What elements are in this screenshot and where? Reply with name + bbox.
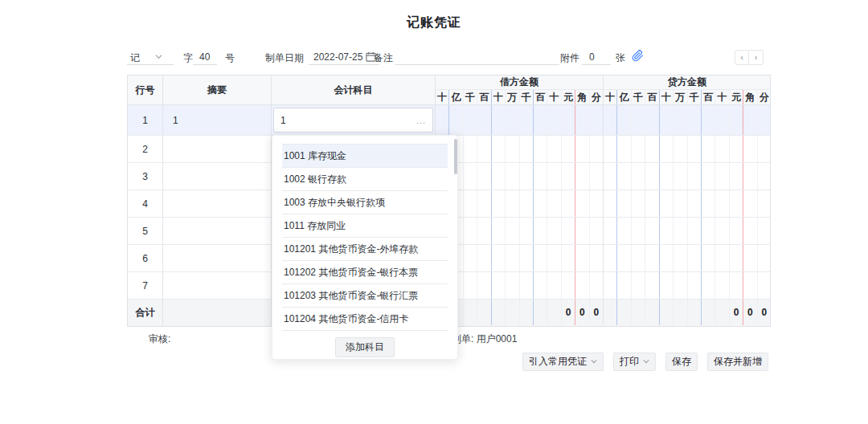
credit-amount-cells[interactable]: [604, 272, 771, 299]
credit-digit-3: [645, 245, 658, 271]
voucher-type-select[interactable]: 记: [130, 51, 140, 65]
credit-digit-6: [687, 163, 701, 190]
credit-digit-4: [659, 245, 673, 271]
attachment-count-input[interactable]: 0: [589, 51, 595, 63]
credit-amount-cells[interactable]: [604, 218, 771, 244]
debit-digit-10: [575, 105, 588, 135]
credit-digit-2: [631, 245, 645, 271]
debit-header: 借方金额 十亿千百十万千百十元角分: [436, 75, 604, 104]
prev-voucher-button[interactable]: ‹: [735, 50, 749, 65]
action-button-bar: 引入常用凭证打印保存保存并新增: [522, 353, 768, 371]
debit-amount-cells[interactable]: [436, 218, 604, 244]
debit-digit-6: [519, 190, 533, 217]
credit-digit-6: [687, 136, 701, 162]
account-picker-ellipsis-button[interactable]: ...: [416, 116, 426, 125]
summary-cell[interactable]: [163, 272, 272, 299]
debit-digit-3: [477, 190, 490, 217]
debit-digit-8: [547, 245, 560, 271]
table-header: 行号 摘要 会计科目 借方金额 十亿千百十万千百十元角分 贷方金额 十亿千百十万…: [128, 75, 770, 105]
credit-digit-1: [616, 245, 630, 271]
debit-digit-header-3: 百: [477, 90, 490, 104]
row-no-cell: 1: [128, 105, 163, 135]
summary-cell[interactable]: [163, 163, 272, 190]
account-option-1003[interactable]: 1003 存放中央银行款项: [282, 191, 448, 214]
credit-digit-10: [743, 136, 756, 162]
debit-title: 借方金额: [436, 75, 603, 90]
summary-cell[interactable]: [163, 245, 272, 271]
debit-digit-8: [547, 190, 560, 217]
total-credit-digit-7: [701, 300, 714, 325]
voucher-number-input[interactable]: 40: [199, 51, 210, 63]
account-option-101202[interactable]: 101202 其他货币资金-银行本票: [282, 261, 448, 284]
debit-digit-6: [519, 218, 533, 244]
account-option-101201[interactable]: 101201 其他货币资金-外埠存款: [282, 238, 448, 261]
credit-digit-4: [659, 272, 673, 299]
credit-digit-header-2: 千: [631, 90, 645, 104]
credit-digit-7: [701, 272, 714, 299]
button-label: 保存: [672, 355, 691, 369]
credit-digit-11: [757, 105, 771, 135]
save-and-new-button[interactable]: 保存并新增: [707, 353, 768, 371]
credit-amount-cells[interactable]: [604, 163, 771, 190]
credit-digit-8: [714, 245, 728, 271]
next-voucher-button[interactable]: ›: [749, 50, 764, 65]
debit-digit-11: [589, 245, 603, 271]
credit-digit-2: [631, 105, 645, 135]
chevron-down-icon[interactable]: [155, 53, 162, 62]
credit-digit-7: [701, 136, 714, 162]
credit-amount-cells[interactable]: [604, 136, 771, 162]
debit-amount-cells[interactable]: [436, 245, 604, 271]
debit-amount-cells[interactable]: [436, 190, 604, 217]
number-label: 号: [225, 51, 235, 65]
debit-digit-10: [575, 245, 588, 271]
account-option-101204[interactable]: 101204 其他货币资金-信用卡: [282, 308, 448, 331]
print-button[interactable]: 打印: [613, 353, 656, 371]
button-label: 引入常用凭证: [529, 355, 587, 369]
summary-cell[interactable]: [163, 190, 272, 217]
account-option-clipped[interactable]: [282, 331, 448, 333]
credit-amount-cells[interactable]: [604, 105, 771, 135]
credit-digit-0: [604, 218, 616, 244]
credit-digit-10: [743, 190, 756, 217]
credit-digit-0: [604, 136, 616, 162]
debit-digit-6: [519, 272, 533, 299]
chevron-down-icon: [643, 358, 649, 366]
debit-digit-8: [547, 218, 560, 244]
credit-amount-cells[interactable]: [604, 190, 771, 217]
debit-digit-7: [533, 163, 547, 190]
save-button[interactable]: 保存: [665, 353, 698, 371]
debit-digit-6: [519, 136, 533, 162]
account-cell[interactable]: 1...: [272, 105, 436, 135]
add-account-button[interactable]: 添加科目: [335, 337, 395, 357]
paperclip-icon[interactable]: [632, 50, 644, 65]
debit-amount-cells[interactable]: [436, 163, 604, 190]
date-input[interactable]: 2022-07-25: [313, 51, 362, 63]
account-option-1002[interactable]: 1002 银行存款: [282, 168, 448, 191]
debit-digit-4: [491, 105, 505, 135]
credit-amount-cells[interactable]: [604, 245, 771, 271]
credit-digit-2: [631, 163, 645, 190]
credit-digit-1: [616, 190, 630, 217]
row-no-cell: 7: [128, 272, 163, 299]
credit-digit-header-1: 亿: [616, 90, 630, 104]
account-input[interactable]: 1...: [273, 108, 433, 132]
account-option-1011[interactable]: 1011 存放同业: [282, 214, 448, 238]
credit-digit-header-7: 百: [701, 90, 714, 104]
debit-amount-cells[interactable]: [436, 136, 604, 162]
dropdown-scrollbar[interactable]: [454, 139, 457, 174]
summary-cell[interactable]: [163, 136, 272, 162]
credit-digit-3: [645, 105, 658, 135]
credit-digit-4: [659, 136, 673, 162]
total-credit-digit-6: [687, 300, 701, 325]
credit-digit-2: [631, 218, 645, 244]
credit-digit-6: [687, 190, 701, 217]
credit-digit-11: [757, 218, 771, 244]
debit-digit-11: [589, 105, 603, 135]
account-option-1001[interactable]: 1001 库存现金: [282, 145, 448, 168]
summary-cell[interactable]: 1: [163, 105, 272, 135]
summary-cell[interactable]: [163, 218, 272, 244]
debit-amount-cells[interactable]: [436, 272, 604, 299]
debit-amount-cells[interactable]: [436, 105, 604, 135]
import-common-voucher-button[interactable]: 引入常用凭证: [522, 353, 604, 371]
account-option-101203[interactable]: 101203 其他货币资金-银行汇票: [282, 284, 448, 308]
